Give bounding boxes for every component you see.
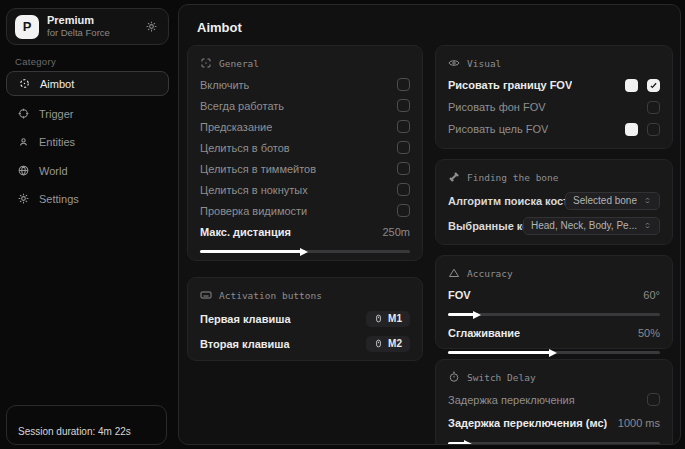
keybind-button[interactable]: M2	[366, 336, 410, 352]
sidebar-item-label: Trigger	[39, 108, 73, 120]
scope-icon	[17, 107, 30, 120]
switch-delay-slider[interactable]	[448, 442, 660, 445]
crosshair-icon	[18, 77, 31, 90]
sidebar-item-label: World	[39, 165, 68, 177]
toggle-label: Целиться в тиммейтов	[200, 163, 316, 175]
keybind-row: Вторая клавиша M2	[200, 331, 410, 356]
checkbox[interactable]	[397, 204, 410, 217]
slider-label: FOV	[448, 289, 471, 301]
brand-subtitle: for Delta Force	[47, 27, 145, 39]
toggle-label: Проверка видимости	[200, 205, 307, 217]
slider-row: Сглаживание 50%	[448, 322, 660, 343]
slider-thumb[interactable]	[549, 349, 557, 357]
gear-icon[interactable]	[145, 20, 158, 33]
slider-value: 1000 ms	[618, 417, 660, 429]
slider-row: FOV 60°	[448, 284, 660, 305]
toggle-row: Включить	[200, 74, 410, 95]
slider-value: 60°	[643, 289, 660, 301]
visual-row: Рисовать границу FOV	[448, 74, 660, 96]
max-distance-slider[interactable]	[200, 250, 410, 253]
slider-value: 250m	[382, 226, 410, 238]
accuracy-header: Accuracy	[448, 265, 660, 281]
slider-thumb[interactable]	[300, 248, 308, 256]
main-panel: Aimbot General Включить Всегда работать …	[178, 4, 681, 445]
sidebar-item-label: Settings	[39, 193, 79, 205]
dropdown-label: Выбранные кости	[448, 220, 523, 232]
toggle-label: Целиться в ботов	[200, 142, 290, 154]
checkbox[interactable]	[397, 162, 410, 175]
checkbox[interactable]	[397, 120, 410, 133]
brand-logo: P	[15, 15, 39, 39]
slider-thumb[interactable]	[464, 440, 472, 446]
chevron-up-down-icon	[643, 196, 652, 205]
toggle-label: Целиться в нокнутых	[200, 184, 308, 196]
switch-delay-card: Switch Delay Задержка переключения Задер…	[435, 359, 673, 445]
bone-icon	[448, 171, 460, 183]
slider-row: Макс. дистанция 250m	[200, 221, 410, 242]
chevron-up-down-icon	[643, 221, 652, 230]
dropdown-label: Алгоритм поиска кости	[448, 195, 565, 207]
checkbox[interactable]	[397, 78, 410, 91]
checkbox[interactable]	[647, 101, 660, 114]
visual-row: Рисовать фон FOV	[448, 96, 660, 118]
timer-icon	[448, 371, 460, 383]
selected-bones-select[interactable]: Head, Neck, Body, Pe...	[523, 217, 660, 235]
checkbox[interactable]	[647, 79, 660, 92]
keybind-row: Первая клавиша M1	[200, 306, 410, 331]
bone-card: Finding the bone Алгоритм поиска кости S…	[435, 159, 673, 245]
slider-thumb[interactable]	[473, 311, 481, 319]
sidebar-item-settings[interactable]: Settings	[6, 186, 169, 211]
bone-header: Finding the bone	[448, 169, 660, 185]
color-swatch[interactable]	[625, 123, 638, 136]
page-title: Aimbot	[197, 20, 242, 35]
visual-label: Рисовать границу FOV	[448, 79, 572, 91]
dropdown-row: Алгоритм поиска кости Selected bone	[448, 188, 660, 213]
sidebar: P Premium for Delta Force Category Aimbo…	[0, 0, 174, 449]
dropdown-row: Выбранные кости Head, Neck, Body, Pe...	[448, 213, 660, 238]
triangle-icon	[448, 267, 460, 279]
brand-card: P Premium for Delta Force	[6, 8, 169, 45]
fov-slider[interactable]	[448, 313, 660, 316]
sidebar-item-entities[interactable]: Entities	[6, 129, 169, 154]
category-label: Category	[15, 56, 56, 67]
sidebar-item-label: Entities	[39, 136, 75, 148]
smoothing-slider[interactable]	[448, 351, 660, 354]
general-header: General	[200, 55, 410, 71]
accuracy-card: Accuracy FOV 60° Сглаживание 50%	[435, 255, 673, 349]
visual-card: Visual Рисовать границу FOV Рисовать фон…	[435, 45, 673, 149]
toggle-row: Целиться в нокнутых	[200, 179, 410, 200]
sidebar-item-trigger[interactable]: Trigger	[6, 101, 169, 126]
keyboard-icon	[200, 289, 212, 301]
checkbox[interactable]	[647, 393, 660, 406]
visual-label: Рисовать цель FOV	[448, 123, 548, 135]
activation-header: Activation buttons	[200, 287, 410, 303]
mouse-icon	[374, 313, 383, 324]
visual-row: Рисовать цель FOV	[448, 118, 660, 140]
keybind-label: Первая клавиша	[200, 313, 291, 325]
checkbox[interactable]	[397, 99, 410, 112]
checkbox[interactable]	[397, 183, 410, 196]
globe-icon	[17, 164, 30, 177]
switch-delay-header: Switch Delay	[448, 369, 660, 385]
color-swatch[interactable]	[625, 79, 638, 92]
toggle-row: Целиться в тиммейтов	[200, 158, 410, 179]
keybind-label: Вторая клавиша	[200, 338, 290, 350]
slider-label: Макс. дистанция	[200, 226, 291, 238]
checkbox[interactable]	[647, 123, 660, 136]
person-scan-icon	[17, 135, 30, 148]
slider-row: Задержка переключения (мс) 1000 ms	[448, 411, 660, 434]
sidebar-item-aimbot[interactable]: Aimbot	[6, 71, 169, 96]
toggle-label: Задержка переключения	[448, 394, 575, 406]
toggle-row: Задержка переключения	[448, 388, 660, 411]
toggle-label: Всегда работать	[200, 100, 284, 112]
eye-icon	[448, 57, 460, 69]
mouse-icon	[374, 338, 383, 349]
scan-icon	[200, 57, 212, 69]
sidebar-item-world[interactable]: World	[6, 158, 169, 183]
activation-card: Activation buttons Первая клавиша M1 Вто…	[187, 277, 423, 361]
toggle-row: Проверка видимости	[200, 200, 410, 221]
checkbox[interactable]	[397, 141, 410, 154]
toggle-row: Предсказание	[200, 116, 410, 137]
bone-algorithm-select[interactable]: Selected bone	[565, 192, 660, 210]
keybind-button[interactable]: M1	[366, 311, 410, 327]
